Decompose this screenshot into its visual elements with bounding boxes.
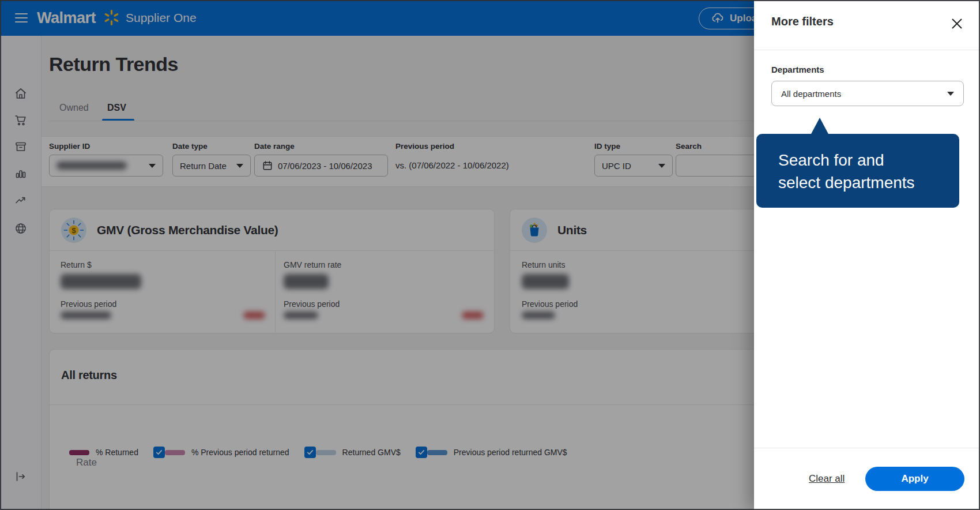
close-icon bbox=[949, 16, 964, 31]
panel-title: More filters bbox=[771, 15, 834, 28]
panel-header-divider bbox=[754, 50, 980, 50]
departments-tooltip: Search for and select departments bbox=[756, 134, 959, 208]
tooltip-pointer bbox=[811, 118, 829, 135]
departments-label: Departments bbox=[771, 65, 824, 74]
app-root: Walmart Supplier One Upload bbox=[0, 0, 980, 510]
departments-value: All departments bbox=[781, 89, 841, 99]
close-panel-button[interactable] bbox=[949, 16, 965, 32]
departments-select[interactable]: All departments bbox=[771, 81, 964, 106]
apply-button[interactable]: Apply bbox=[865, 467, 964, 491]
tooltip-text: Search for and select departments bbox=[778, 149, 928, 194]
clear-all-button[interactable]: Clear all bbox=[809, 473, 845, 485]
more-filters-panel: More filters Departments All departments… bbox=[754, 0, 980, 510]
chevron-down-icon bbox=[947, 92, 954, 96]
panel-footer-divider bbox=[754, 448, 980, 448]
